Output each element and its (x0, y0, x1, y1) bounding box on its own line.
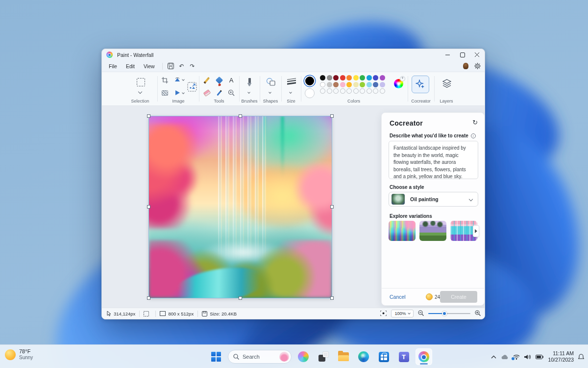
color-swatch[interactable] (327, 82, 332, 87)
color-swatch[interactable] (320, 82, 325, 87)
color-swatch[interactable] (340, 75, 345, 80)
tray-chevron-up-icon[interactable] (491, 355, 496, 359)
search-box[interactable]: Search (228, 350, 292, 364)
flip-tool[interactable] (172, 88, 182, 98)
notification-bell-icon[interactable] (578, 354, 584, 360)
color-swatch[interactable] (360, 75, 365, 80)
empty-color-swatch[interactable] (340, 88, 345, 94)
minimize-button[interactable] (441, 49, 455, 60)
foreground-color-swatch[interactable] (304, 76, 315, 86)
eraser-tool[interactable] (202, 88, 212, 98)
layers-button[interactable] (441, 78, 453, 89)
task-view-button[interactable] (315, 348, 332, 365)
flip-chevron-icon[interactable] (182, 91, 185, 94)
background-color-swatch[interactable] (305, 88, 315, 98)
color-swatch[interactable] (346, 75, 352, 80)
resize-tool[interactable] (186, 81, 198, 93)
selection-handle[interactable] (330, 296, 334, 300)
start-button[interactable] (208, 348, 224, 365)
menu-view[interactable]: View (139, 62, 159, 71)
empty-color-swatch[interactable] (360, 88, 365, 94)
selection-handle[interactable] (147, 296, 150, 300)
menu-edit[interactable]: Edit (122, 62, 139, 71)
zoom-slider[interactable] (428, 313, 470, 315)
edge-button[interactable] (355, 348, 372, 365)
color-swatch[interactable] (333, 75, 339, 80)
color-swatch[interactable] (353, 82, 359, 87)
close-button[interactable] (470, 49, 485, 60)
onedrive-cloud-icon[interactable] (501, 354, 509, 360)
store-button[interactable] (375, 348, 392, 365)
selection-handle[interactable] (239, 114, 242, 118)
pencil-tool[interactable] (202, 75, 212, 85)
selection-chevron-icon[interactable] (138, 90, 142, 94)
color-swatch[interactable] (320, 75, 325, 80)
size-tool[interactable] (286, 76, 297, 88)
selection-handle[interactable] (330, 205, 334, 209)
edit-colors-wheel[interactable] (394, 79, 403, 88)
color-swatch[interactable] (327, 75, 332, 80)
canvas[interactable] (149, 116, 332, 298)
color-picker-tool[interactable] (214, 88, 224, 98)
info-icon[interactable]: i (471, 133, 476, 138)
zoom-in-icon[interactable] (475, 310, 481, 317)
color-swatch[interactable] (340, 82, 345, 87)
cancel-link[interactable]: Cancel (390, 294, 406, 300)
magnifier-tool[interactable] (226, 88, 236, 98)
wifi-icon[interactable] (513, 354, 520, 360)
weather-widget[interactable]: 78°F Sunny (5, 348, 33, 361)
zoom-out-icon[interactable] (418, 310, 424, 317)
selection-handle[interactable] (239, 296, 242, 300)
selection-handle[interactable] (147, 205, 150, 209)
undo-button[interactable]: ↶ (176, 62, 187, 71)
copilot-button[interactable] (295, 348, 312, 365)
create-button[interactable]: Create (440, 291, 477, 303)
color-swatch[interactable] (333, 82, 339, 87)
variation-thumbnail-2[interactable] (419, 221, 446, 241)
selection-handle[interactable] (147, 114, 150, 118)
size-chevron-icon[interactable] (289, 91, 292, 94)
text-tool[interactable]: A (226, 75, 236, 85)
empty-color-swatch[interactable] (346, 88, 352, 94)
brushes-tool[interactable] (245, 76, 254, 88)
shapes-tool[interactable] (265, 76, 277, 88)
menu-file[interactable]: File (104, 62, 122, 71)
selection-handle[interactable] (330, 114, 334, 118)
battery-icon[interactable] (536, 355, 543, 359)
empty-color-swatch[interactable] (367, 88, 372, 94)
variation-thumbnail-1[interactable] (389, 221, 416, 241)
maximize-button[interactable] (455, 49, 470, 60)
history-icon[interactable]: ↺ (472, 119, 478, 126)
rotate-chevron-icon[interactable] (182, 78, 185, 81)
prompt-textarea[interactable]: Fantastical landscape inspired by the be… (389, 141, 478, 179)
shapes-chevron-icon[interactable] (269, 91, 271, 94)
color-swatch[interactable] (380, 82, 385, 87)
empty-color-swatch[interactable] (327, 88, 332, 94)
color-swatch[interactable] (367, 75, 372, 80)
file-explorer-button[interactable] (335, 348, 352, 365)
color-swatch[interactable] (380, 75, 385, 80)
color-swatch[interactable] (346, 82, 352, 87)
empty-color-swatch[interactable] (320, 88, 325, 94)
color-swatch[interactable] (360, 82, 365, 87)
zoom-slider-thumb[interactable] (442, 311, 447, 316)
color-swatch[interactable] (367, 82, 372, 87)
cocreator-button[interactable] (412, 76, 429, 93)
settings-gear-icon[interactable] (474, 63, 481, 69)
volume-icon[interactable] (524, 354, 531, 360)
clock[interactable]: 11:11 AM 10/27/2023 (548, 350, 574, 363)
fill-tool[interactable] (214, 75, 224, 85)
zoom-level-dropdown[interactable]: 100% (391, 310, 414, 317)
fit-to-screen-icon[interactable] (380, 311, 387, 317)
redo-button[interactable]: ↷ (187, 62, 198, 71)
account-avatar[interactable] (463, 63, 468, 69)
crop-tool[interactable] (160, 75, 170, 85)
variations-next-button[interactable] (473, 225, 479, 237)
color-swatch[interactable] (353, 75, 359, 80)
rotate-tool[interactable] (172, 75, 182, 85)
selection-tool[interactable] (136, 77, 146, 87)
empty-color-swatch[interactable] (353, 88, 359, 94)
empty-color-swatch[interactable] (373, 88, 378, 94)
brushes-chevron-icon[interactable] (247, 91, 250, 94)
save-button[interactable] (166, 62, 176, 71)
